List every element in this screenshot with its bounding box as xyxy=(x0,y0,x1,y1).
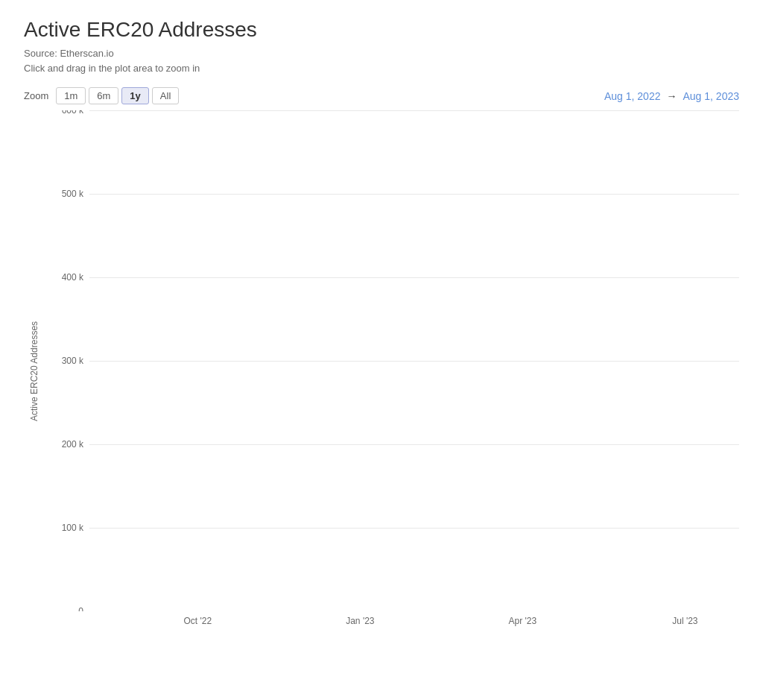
controls-row: Zoom 1m 6m 1y All Aug 1, 2022 → Aug 1, 2… xyxy=(24,87,739,104)
y-axis-label: Active ERC20 Addresses xyxy=(24,110,45,632)
zoom-all-button[interactable]: All xyxy=(152,87,179,104)
date-arrow: → xyxy=(666,90,677,102)
page-title: Active ERC20 Addresses xyxy=(24,18,739,42)
zoom-label: Zoom xyxy=(24,90,48,101)
x-tick: Jul '23 xyxy=(672,616,697,626)
chart-svg xyxy=(89,110,739,435)
grid-line xyxy=(89,528,739,529)
zoom-1y-button[interactable]: 1y xyxy=(121,87,148,104)
zoom-group: Zoom 1m 6m 1y All xyxy=(24,87,179,104)
y-tick: 100 k xyxy=(62,523,83,533)
chart-wrap: Active ERC20 Addresses 600 k500 k400 k30… xyxy=(24,110,739,632)
chart-inner: 600 k500 k400 k300 k200 k100 k0 Oct '22J… xyxy=(45,110,739,632)
plot-area[interactable]: 600 k500 k400 k300 k200 k100 k0 xyxy=(45,110,739,611)
y-tick: 0 xyxy=(78,606,83,611)
chart-source: Source: Etherscan.io Click and drag in t… xyxy=(24,46,739,75)
x-tick: Apr '23 xyxy=(509,616,537,626)
y-tick: 400 k xyxy=(62,272,83,283)
date-to: Aug 1, 2023 xyxy=(683,90,739,102)
x-tick: Oct '22 xyxy=(184,616,212,626)
y-tick-labels: 600 k500 k400 k300 k200 k100 k0 xyxy=(45,110,88,611)
y-tick: 500 k xyxy=(62,189,83,199)
date-from: Aug 1, 2022 xyxy=(604,90,661,102)
x-tick: Jan '23 xyxy=(346,616,374,626)
grid-line xyxy=(89,444,739,445)
x-axis: Oct '22Jan '23Apr '23Jul '23 xyxy=(89,611,739,632)
y-tick: 300 k xyxy=(62,356,83,366)
y-tick: 200 k xyxy=(62,439,83,450)
drag-hint: Click and drag in the plot area to zoom … xyxy=(24,61,739,76)
y-tick: 600 k xyxy=(62,110,83,116)
zoom-1m-button[interactable]: 1m xyxy=(56,87,86,104)
source-line: Source: Etherscan.io xyxy=(24,46,739,61)
zoom-6m-button[interactable]: 6m xyxy=(89,87,118,104)
date-range: Aug 1, 2022 → Aug 1, 2023 xyxy=(604,90,739,102)
